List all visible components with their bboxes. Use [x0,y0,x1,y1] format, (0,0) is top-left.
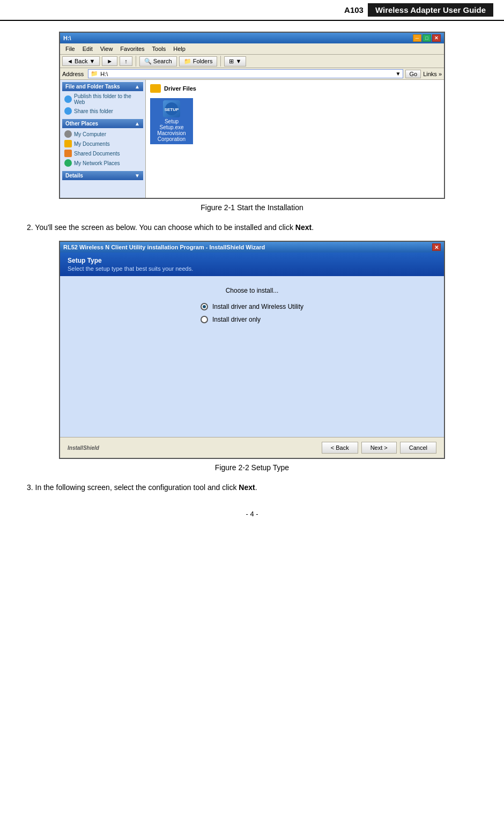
search-button[interactable]: 🔍 Search [139,56,177,66]
wizard-header: Setup Type Select the setup type that be… [60,253,444,276]
explorer-menubar: File Edit View Favorites Tools Help [60,43,444,55]
documents-icon [64,140,72,147]
wizard-body: Choose to install... Install driver and … [60,276,444,437]
menu-edit[interactable]: Edit [79,45,96,53]
folders-button[interactable]: 📁 Folders [179,56,218,66]
guide-title: Wireless Adapter User Guide [368,3,493,17]
step2-text: 2. You'll see the screen as below. You c… [27,221,477,233]
wizard-header-subtitle: Select the setup type that best suits yo… [68,265,436,272]
sidebar-section-details[interactable]: Details ▼ [62,171,143,180]
step3-number: 3. [27,483,33,492]
installshield-logo: InstallShield [68,445,99,451]
sidebar-item-mycomputer[interactable]: My Computer [62,129,143,139]
up-button[interactable]: ↑ [120,56,132,66]
collapse-icon: ▲ [135,84,140,90]
sidebar-item-networkplaces[interactable]: My Network Places [62,158,143,168]
publish-icon [64,95,72,103]
sidebar-item-label: My Documents [74,141,110,147]
collapse-icon3: ▼ [135,173,140,179]
go-button[interactable]: Go [405,70,421,78]
sidebar-section-file-tasks[interactable]: File and Folder Tasks ▲ [62,82,143,91]
sidebar-item-label: Shared Documents [74,151,120,157]
menu-favorites[interactable]: Favorites [117,45,147,53]
menu-tools[interactable]: Tools [149,45,169,53]
explorer-titlebar-text: H:\ [63,35,71,41]
step3-text: 3. In the following screen, select the c… [27,481,477,493]
folder-header: Driver Files [150,84,440,93]
figure2-caption: Figure 2-2 Setup Type [27,463,477,472]
sidebar-item-mydocuments[interactable]: My Documents [62,139,143,149]
step3-period: . [255,483,257,492]
wizard-footer-buttons: < Back Next > Cancel [322,442,436,454]
sidebar-section-title3: Details [65,173,83,179]
page-header: A103 Wireless Adapter User Guide [0,0,504,21]
explorer-main-area: Driver Files SETUP SetupSetup.exeMacrovi… [146,80,444,198]
sidebar-item-label: Share this folder [74,108,113,114]
next-button[interactable]: Next > [361,442,397,454]
step2-period: . [312,223,314,232]
page-number: - 4 - [27,510,477,518]
address-label: Address [62,71,84,77]
sidebar-item-label: My Computer [74,131,106,137]
minimize-button[interactable]: ─ [413,34,421,42]
share-icon [64,107,72,115]
views-button[interactable]: ⊞ ▼ [224,56,246,66]
maximize-button[interactable]: □ [423,34,431,42]
file-label: SetupSetup.exeMacrovision Corporation [152,118,191,142]
folder-icon [150,84,161,93]
radio-install-driver-wireless[interactable]: Install driver and Wireless Utility [201,303,303,310]
folder-name: Driver Files [164,85,196,92]
sidebar-item-publish[interactable]: Publish this folder to the Web [62,92,143,106]
wizard-radio-group: Install driver and Wireless Utility Inst… [201,303,303,323]
address-dropdown[interactable]: ▼ [396,71,401,77]
shareddoc-icon [64,150,72,157]
wizard-titlebar-text: RL52 Wireless N Client Utility installat… [63,244,265,250]
setup-file-icon: SETUP [163,100,180,117]
step3-bold: Next [239,483,255,492]
explorer-titlebar: H:\ ─ □ ✕ [60,33,444,43]
wizard-footer: InstallShield < Back Next > Cancel [60,437,444,458]
close-button[interactable]: ✕ [432,34,441,42]
file-item-setup[interactable]: SETUP SetupSetup.exeMacrovision Corporat… [150,98,193,144]
radio-label-install-driver-only: Install driver only [212,316,261,323]
page-body: H:\ ─ □ ✕ File Edit View Favorites Tools… [0,21,504,534]
step2-bold: Next [295,223,312,232]
figure1-container: H:\ ─ □ ✕ File Edit View Favorites Tools… [59,32,445,199]
address-field[interactable]: 📁 H:\ ▼ [88,69,403,78]
radio-label-install-driver-wireless: Install driver and Wireless Utility [212,303,303,310]
radio-install-driver-only[interactable]: Install driver only [201,316,303,323]
svg-text:SETUP: SETUP [165,107,179,112]
links-button[interactable]: Links » [423,71,442,77]
explorer-addressbar: Address 📁 H:\ ▼ Go Links » [60,68,444,80]
back-button[interactable]: < Back [322,442,358,454]
menu-file[interactable]: File [62,45,78,53]
sidebar-section-title2: Other Places [65,121,98,127]
sidebar-item-shareddocuments[interactable]: Shared Documents [62,149,143,158]
step3-body: In the following screen, select the conf… [35,483,239,492]
figure2-container: RL52 Wireless N Client Utility installat… [59,241,445,459]
file-list: SETUP SetupSetup.exeMacrovision Corporat… [150,98,440,144]
sidebar-item-share[interactable]: Share this folder [62,106,143,116]
sidebar-item-label: Publish this folder to the Web [74,93,141,105]
radio-selected-indicator [201,303,208,310]
wizard-close-button[interactable]: ✕ [432,243,441,251]
cancel-button[interactable]: Cancel [400,442,436,454]
wizard-header-title: Setup Type [68,257,436,264]
explorer-content: File and Folder Tasks ▲ Publish this fol… [60,80,444,198]
menu-view[interactable]: View [97,45,116,53]
computer-icon [64,130,72,138]
menu-help[interactable]: Help [170,45,189,53]
model-number: A103 [344,5,364,14]
back-button[interactable]: ◄ Back ▼ [62,56,100,66]
radio-unselected-indicator [201,316,208,323]
address-value: H:\ [100,71,108,77]
sidebar-section-other-places[interactable]: Other Places ▲ [62,119,143,128]
wizard-footer-left: InstallShield [68,445,99,451]
explorer-sidebar: File and Folder Tasks ▲ Publish this fol… [60,80,146,198]
forward-button[interactable]: ► [102,56,117,66]
figure1-caption: Figure 2-1 Start the Installation [27,203,477,212]
sidebar-item-label: My Network Places [74,160,120,166]
explorer-toolbar: ◄ Back ▼ ► ↑ 🔍 Search 📁 Folders ⊞ ▼ [60,55,444,68]
network-icon [64,159,72,167]
wizard-titlebar: RL52 Wireless N Client Utility installat… [60,242,444,253]
